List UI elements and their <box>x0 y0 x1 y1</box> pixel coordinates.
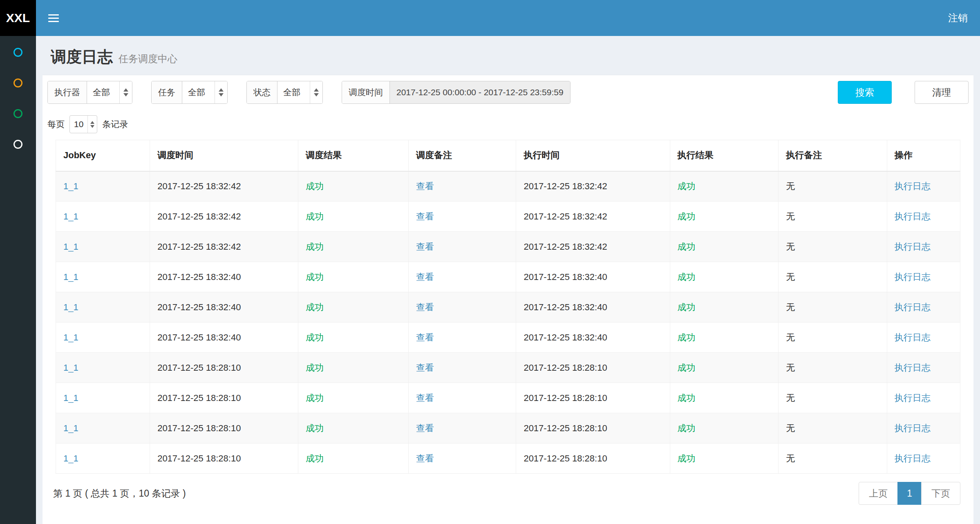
trigger-time-cell: 2017-12-25 18:32:40 <box>150 262 298 292</box>
handle-remark-cell: 无 <box>779 443 887 474</box>
trigger-time-range-input[interactable]: 2017-12-25 00:00:00 - 2017-12-25 23:59:5… <box>390 81 570 103</box>
trigger-time-cell: 2017-12-25 18:28:10 <box>150 443 298 474</box>
handle-result: 成功 <box>678 393 696 403</box>
exec-log-link[interactable]: 执行日志 <box>895 272 931 282</box>
trigger-time: 2017-12-25 18:32:42 <box>157 181 241 191</box>
exec-log-link[interactable]: 执行日志 <box>895 181 931 191</box>
jobkey-link[interactable]: 1_1 <box>63 272 78 282</box>
trigger-time-cell: 2017-12-25 18:28:10 <box>150 413 298 443</box>
select-updown-icon <box>119 81 132 103</box>
exec-log-link-cell: 执行日志 <box>887 353 960 383</box>
jobkey-link[interactable]: 1_1 <box>63 332 78 343</box>
current-page-button[interactable]: 1 <box>897 482 922 505</box>
trigger-remark-link[interactable]: 查看 <box>416 393 434 403</box>
trigger-result-cell: 成功 <box>298 202 409 232</box>
exec-log-link[interactable]: 执行日志 <box>895 332 931 343</box>
trigger-remark-link[interactable]: 查看 <box>416 453 434 464</box>
handle-time: 2017-12-25 18:32:40 <box>524 272 607 282</box>
hamburger-bar <box>48 18 59 19</box>
trigger-time: 2017-12-25 18:28:10 <box>157 363 241 373</box>
jobkey-link[interactable]: 1_1 <box>63 242 78 252</box>
handle-remark-cell: 无 <box>779 202 887 232</box>
exec-log-link[interactable]: 执行日志 <box>895 423 931 433</box>
jobkey-link[interactable]: 1_1 <box>63 393 78 403</box>
select-updown-icon <box>215 81 227 103</box>
trigger-result-cell: 成功 <box>298 232 409 262</box>
handle-result-cell: 成功 <box>670 353 779 383</box>
jobkey-link-cell: 1_1 <box>56 443 150 474</box>
handle-time-cell: 2017-12-25 18:32:42 <box>516 171 670 202</box>
jobkey-link[interactable]: 1_1 <box>63 453 78 464</box>
table-row: 1_12017-12-25 18:28:10成功查看2017-12-25 18:… <box>56 413 960 443</box>
trigger-remark-link[interactable]: 查看 <box>416 272 434 282</box>
page-size-select[interactable]: 10 <box>69 115 97 133</box>
jobkey-link[interactable]: 1_1 <box>63 302 78 312</box>
search-button[interactable]: 搜索 <box>838 81 892 104</box>
exec-log-link[interactable]: 执行日志 <box>895 242 931 252</box>
page-size-suffix: 条记录 <box>102 119 128 130</box>
trigger-time: 2017-12-25 18:28:10 <box>157 453 241 464</box>
trigger-remark-link[interactable]: 查看 <box>416 242 434 252</box>
sidebar-toggle-icon[interactable] <box>45 10 62 26</box>
table-row: 1_12017-12-25 18:32:42成功查看2017-12-25 18:… <box>56 202 960 232</box>
table-footer: 第 1 页 ( 总共 1 页，10 条记录 ) 上页 1 下页 <box>53 482 960 505</box>
exec-log-link[interactable]: 执行日志 <box>895 393 931 403</box>
circle-o-icon <box>13 109 22 118</box>
handle-time-cell: 2017-12-25 18:28:10 <box>516 443 670 474</box>
handle-remark-cell: 无 <box>779 292 887 322</box>
exec-log-link[interactable]: 执行日志 <box>895 302 931 312</box>
trigger-remark-link-cell: 查看 <box>409 171 516 202</box>
job-filter-group: 任务 全部 <box>151 81 228 104</box>
logout-link[interactable]: 注销 <box>948 11 968 25</box>
logo[interactable]: XXL <box>0 0 36 36</box>
page-title-text: 调度日志 <box>51 47 113 67</box>
handle-remark-cell: 无 <box>779 413 887 443</box>
jobkey-link-cell: 1_1 <box>56 202 150 232</box>
column-header: JobKey <box>56 140 150 171</box>
trigger-remark-link[interactable]: 查看 <box>416 332 434 343</box>
sidebar-menu-item-2[interactable] <box>0 67 36 98</box>
next-page-button[interactable]: 下页 <box>921 482 960 505</box>
trigger-time: 2017-12-25 18:32:40 <box>157 272 241 282</box>
status-filter-label: 状态 <box>247 81 277 103</box>
jobkey-link[interactable]: 1_1 <box>63 423 78 433</box>
trigger-remark-link-cell: 查看 <box>409 322 516 353</box>
trigger-result-cell: 成功 <box>298 413 409 443</box>
trigger-remark-link[interactable]: 查看 <box>416 423 434 433</box>
jobkey-link[interactable]: 1_1 <box>63 211 78 222</box>
handle-time: 2017-12-25 18:28:10 <box>524 363 607 373</box>
clear-button[interactable]: 清理 <box>915 81 969 104</box>
status-select[interactable]: 全部 <box>277 81 322 103</box>
exec-log-link[interactable]: 执行日志 <box>895 363 931 373</box>
jobkey-link-cell: 1_1 <box>56 262 150 292</box>
executor-select[interactable]: 全部 <box>87 81 132 103</box>
trigger-result-cell: 成功 <box>298 322 409 353</box>
trigger-remark-link[interactable]: 查看 <box>416 211 434 222</box>
circle-o-icon <box>13 48 22 57</box>
handle-remark: 无 <box>786 272 795 282</box>
trigger-remark-link[interactable]: 查看 <box>416 302 434 312</box>
jobkey-link-cell: 1_1 <box>56 353 150 383</box>
prev-page-button[interactable]: 上页 <box>859 482 898 505</box>
trigger-remark-link[interactable]: 查看 <box>416 181 434 191</box>
exec-log-link-cell: 执行日志 <box>887 443 960 474</box>
exec-log-link[interactable]: 执行日志 <box>895 453 931 464</box>
trigger-result: 成功 <box>306 272 324 282</box>
sidebar-menu-item-4[interactable] <box>0 129 36 159</box>
sidebar-menu-item-1[interactable] <box>0 37 36 67</box>
column-header: 执行时间 <box>516 140 670 171</box>
trigger-time-filter-label: 调度时间 <box>342 81 390 103</box>
trigger-remark-link[interactable]: 查看 <box>416 363 434 373</box>
trigger-remark-link-cell: 查看 <box>409 413 516 443</box>
handle-remark: 无 <box>786 453 795 464</box>
select-updown-icon <box>87 116 97 133</box>
sidebar-menu-item-3[interactable] <box>0 98 36 129</box>
exec-log-link[interactable]: 执行日志 <box>895 211 931 222</box>
handle-time-cell: 2017-12-25 18:32:42 <box>516 232 670 262</box>
jobkey-link[interactable]: 1_1 <box>63 181 78 191</box>
handle-time: 2017-12-25 18:32:42 <box>524 181 607 191</box>
handle-result-cell: 成功 <box>670 171 779 202</box>
trigger-result: 成功 <box>306 363 324 373</box>
jobkey-link[interactable]: 1_1 <box>63 363 78 373</box>
job-select[interactable]: 全部 <box>182 81 227 103</box>
